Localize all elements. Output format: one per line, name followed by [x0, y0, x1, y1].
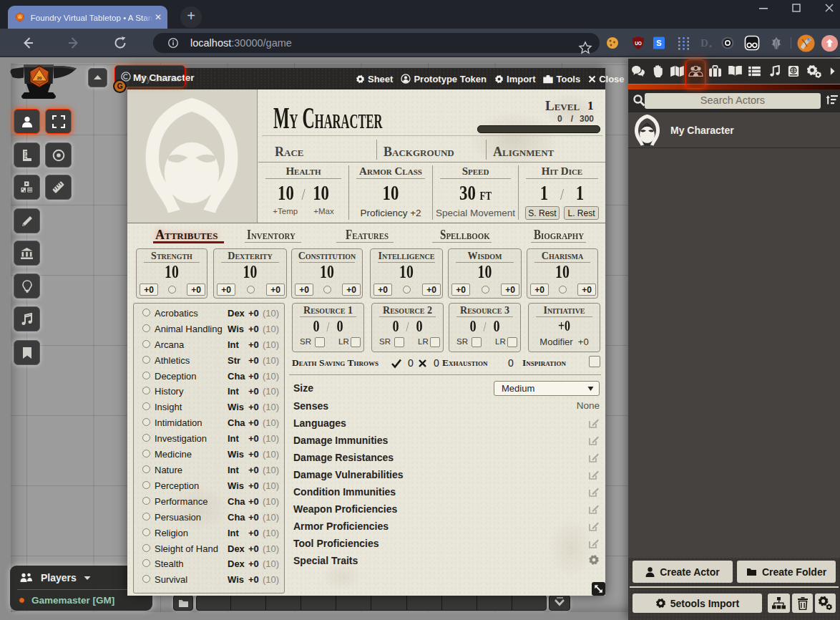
svg-text:UO: UO: [635, 41, 642, 46]
svg-text:20: 20: [37, 76, 42, 80]
svg-text:S: S: [656, 39, 661, 47]
svg-text:D: D: [700, 37, 708, 49]
